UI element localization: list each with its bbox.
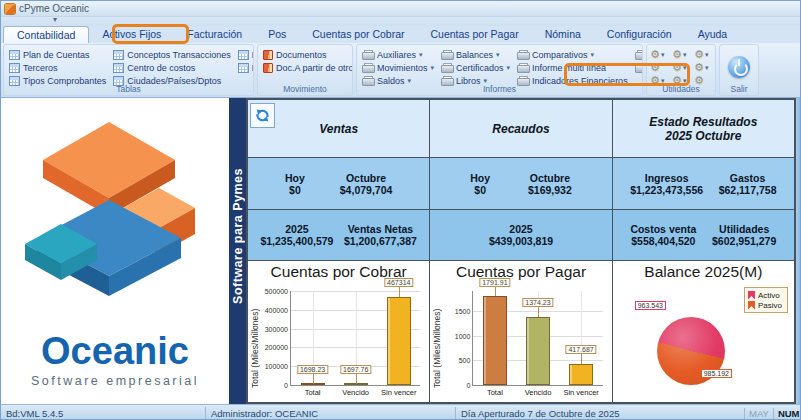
indicator-may: MAY bbox=[744, 408, 773, 419]
ribbon-item-bancos-y-cajas[interactable]: Bancos y Cajas bbox=[236, 48, 254, 61]
stat-ventas-mes: Octubre$4,079,704 bbox=[340, 172, 393, 196]
document-icon bbox=[263, 50, 273, 60]
tab-nomina[interactable]: Nómina bbox=[532, 26, 594, 43]
table-icon bbox=[9, 63, 20, 73]
panel-header-estado-resultados: Estado Resultados 2025 Octubre bbox=[613, 100, 794, 157]
panel-title: Recaudos bbox=[492, 122, 549, 136]
tab-pos[interactable]: Pos bbox=[255, 26, 299, 43]
chevron-down-icon bbox=[705, 51, 709, 59]
chevron-down-icon bbox=[591, 51, 595, 59]
chart-title: Balance 2025(M) bbox=[613, 263, 794, 281]
legend-item-pasivo: Pasivo bbox=[748, 300, 782, 310]
ribbon-item-label: Informe multi línea bbox=[532, 63, 606, 73]
chevron-down-icon bbox=[683, 51, 687, 59]
stat-ventas-anio: 2025$1,235,400,579 bbox=[260, 223, 333, 247]
tools-icon: ⚙ bbox=[650, 49, 660, 60]
ribbon-item-movimientos[interactable]: Movimientos bbox=[360, 61, 436, 74]
legend-label: Pasivo bbox=[758, 301, 782, 310]
ribbon-item-doc-a-partir-de-otro[interactable]: Doc.A partir de otro bbox=[261, 61, 349, 74]
brand-subtitle: Software empresarial bbox=[1, 374, 229, 388]
tab-facturacion[interactable]: Facturación bbox=[174, 26, 255, 43]
bar-plot-area: 050010001500Total1791.91Vencido1374.23Si… bbox=[472, 291, 602, 386]
legend-item-activo: Activo bbox=[748, 290, 782, 300]
power-icon[interactable] bbox=[728, 56, 750, 78]
table-icon bbox=[238, 63, 249, 73]
ribbon-item-centro-de-costos[interactable]: Centro de costos bbox=[111, 61, 233, 74]
utility-tool-button[interactable]: ⚙ bbox=[672, 48, 693, 61]
dashboard: Ventas Recaudos Estado Resultados 2025 O… bbox=[246, 98, 796, 404]
ribbon-item-label: Movimientos bbox=[377, 63, 428, 73]
printer-icon bbox=[441, 50, 453, 60]
panel-title: Ventas bbox=[319, 122, 358, 136]
main-area: Oceanic Software empresarial Software pa… bbox=[1, 98, 801, 404]
ribbon-item-terceros[interactable]: Terceros bbox=[7, 61, 108, 74]
tab-cuentas-por-cobrar[interactable]: Cuentas por Cobrar bbox=[299, 26, 417, 43]
ribbon-item-balances[interactable]: Balances bbox=[439, 48, 512, 61]
refresh-button[interactable] bbox=[250, 103, 275, 128]
app-icon bbox=[5, 4, 15, 14]
stat-ventas-hoy: Hoy$0 bbox=[285, 172, 305, 196]
application-window: cPyme Oceanic Contabilidad Activos Fijos… bbox=[0, 0, 801, 420]
legend-label: Activo bbox=[758, 291, 780, 300]
y-axis-label: Total (Miles/Millones) bbox=[250, 285, 260, 388]
ribbon-item-auditorias[interactable]: Auditorías bbox=[633, 48, 643, 61]
printer-icon bbox=[635, 63, 643, 73]
chart-cuentas-por-pagar: Cuentas por Pagar Total (Miles/Millones)… bbox=[430, 261, 611, 402]
tools-icon: ⚙ bbox=[672, 49, 682, 60]
table-icon bbox=[113, 50, 124, 60]
refresh-icon bbox=[254, 107, 271, 124]
ribbon-group-label: Informes bbox=[357, 84, 642, 94]
tools-icon: ⚙ bbox=[650, 62, 660, 73]
pie-legend: Activo Pasivo bbox=[744, 287, 788, 313]
stat-ingresos: Ingresos$1,223,473,556 bbox=[630, 172, 703, 196]
panel-title-line2: 2025 Octubre bbox=[665, 129, 741, 143]
status-version: Bd:VML 5.4.5 bbox=[1, 407, 206, 420]
qat-customize-icon[interactable] bbox=[53, 15, 57, 24]
ribbon-item-comparativos[interactable]: Comparativos bbox=[515, 48, 630, 61]
estado-row-ingresos-gastos: Ingresos$1,223,473,556 Gastos$62,117,758 bbox=[613, 158, 794, 209]
chevron-down-icon bbox=[419, 51, 423, 59]
utility-tool-button[interactable]: ⚙ bbox=[672, 61, 693, 74]
chevron-down-icon bbox=[496, 51, 500, 59]
ribbon-item-label: Terceros bbox=[23, 63, 58, 73]
ribbon-item-plan-de-cuentas[interactable]: Plan de Cuentas bbox=[7, 48, 108, 61]
stat-recaudos-mes: Octubre$169,932 bbox=[528, 172, 572, 196]
tab-ayuda[interactable]: Ayuda bbox=[685, 26, 741, 43]
ribbon-item-conceptos-transacciones[interactable]: Conceptos Transacciones bbox=[111, 48, 233, 61]
tab-contabilidad[interactable]: Contabilidad bbox=[3, 26, 89, 43]
status-day: Día Aperturado 7 de Octubre de 2025 bbox=[456, 407, 744, 420]
chevron-down-icon bbox=[705, 64, 709, 72]
ribbon-group-tablas: Plan de Cuentas Terceros Tipos Comproban… bbox=[3, 44, 254, 96]
utility-tool-button[interactable]: ⚙ bbox=[694, 48, 715, 61]
ribbon-item-label: Registro de control bbox=[252, 63, 254, 73]
printer-icon bbox=[362, 63, 374, 73]
vertical-banner-text: Software para Pymes bbox=[231, 168, 245, 304]
quick-access-toolbar bbox=[1, 17, 801, 26]
window-frame-edge bbox=[796, 98, 801, 404]
vertical-banner: Software para Pymes bbox=[229, 98, 246, 404]
tab-configuracion[interactable]: Configuración bbox=[594, 26, 685, 43]
ribbon-item-auxiliares[interactable]: Auxiliares bbox=[360, 48, 436, 61]
ribbon: Plan de Cuentas Terceros Tipos Comproban… bbox=[1, 43, 801, 98]
chart-cuentas-por-cobrar: Cuentas por Cobrar Total (Miles/Millones… bbox=[248, 261, 429, 402]
pie-value-label-activo: 963.543 bbox=[635, 301, 666, 310]
stat-gastos: Gastos$62,117,758 bbox=[719, 172, 777, 196]
printer-icon bbox=[362, 50, 374, 60]
printer-icon bbox=[517, 63, 529, 73]
ribbon-item-label: Auxiliares bbox=[377, 50, 416, 60]
utility-tool-button[interactable]: ⚙ bbox=[650, 48, 671, 61]
tab-cuentas-por-pagar[interactable]: Cuentas por Pagar bbox=[418, 26, 532, 43]
utility-tool-button[interactable]: ⚙ bbox=[650, 61, 671, 74]
status-indicators: MAY NUM DESP bbox=[744, 407, 801, 420]
stat-recaudos-hoy: Hoy$0 bbox=[470, 172, 490, 196]
ribbon-item-certificados[interactable]: Certificados bbox=[439, 61, 512, 74]
ribbon-item-informe-multi-linea[interactable]: Informe multi línea bbox=[515, 61, 630, 74]
ribbon-item-label: Comparativos bbox=[532, 50, 588, 60]
ribbon-item-label: Centro de costos bbox=[127, 63, 195, 73]
ribbon-item-documentos[interactable]: Documentos bbox=[261, 48, 349, 61]
tab-activos-fijos[interactable]: Activos Fijos bbox=[89, 26, 174, 43]
ribbon-item-registro-de-control[interactable]: Registro de control bbox=[236, 61, 254, 74]
ribbon-group-label: Tablas bbox=[4, 84, 253, 94]
ribbon-item-consultas-sql[interactable]: Consultas SQL bbox=[633, 61, 643, 74]
utility-tool-button[interactable]: ⚙ bbox=[694, 61, 715, 74]
